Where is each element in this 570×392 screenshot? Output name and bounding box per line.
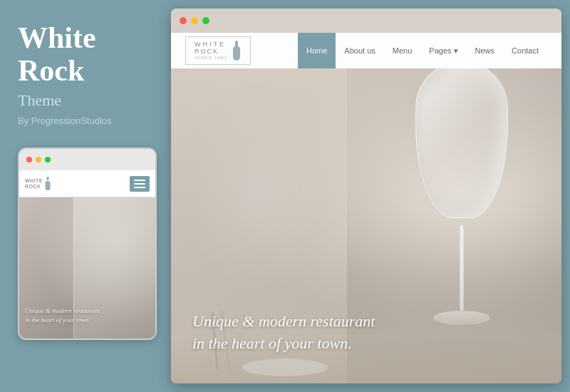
mobile-logo: WHITE ROCK [25, 177, 51, 190]
mobile-browser-chrome [19, 149, 155, 170]
logo-text-area: WHITE ROCK SINCE 1981 [195, 41, 227, 61]
glass-bowl [415, 68, 508, 218]
mobile-preview: WHITE ROCK [18, 148, 157, 340]
hamburger-line-1 [134, 180, 145, 181]
main-browser-panel: WHITE ROCK SINCE 1981 Home About us Menu… [171, 9, 561, 383]
website-logo: WHITE ROCK SINCE 1981 [185, 36, 251, 65]
mobile-dot-red [26, 157, 32, 163]
theme-author: By ProgressionStudios [18, 115, 153, 126]
website-container: WHITE ROCK SINCE 1981 Home About us Menu… [171, 33, 561, 383]
mobile-nav: WHITE ROCK [19, 170, 155, 197]
nav-link-contact[interactable]: Contact [503, 33, 547, 68]
mobile-dot-green [45, 157, 51, 163]
mobile-tagline-line2: in the heart of your town. [25, 316, 90, 324]
browser-dot-yellow[interactable] [191, 17, 198, 24]
theme-subtitle: Theme [18, 91, 153, 110]
mobile-dot-yellow [36, 157, 41, 163]
mobile-hero-text: Unique & modern restaurant in the heart … [25, 306, 150, 324]
nav-link-pages[interactable]: Pages ▾ [420, 33, 466, 68]
svg-rect-2 [46, 182, 51, 190]
hero-tagline-line1: Unique & modern restaurant [192, 311, 375, 333]
nav-link-about[interactable]: About us [336, 33, 383, 68]
website-nav: WHITE ROCK SINCE 1981 Home About us Menu… [171, 33, 561, 68]
hamburger-line-3 [134, 187, 145, 188]
mobile-logo-white: WHITE [25, 178, 43, 183]
title-line2: Rock [18, 54, 84, 87]
hero-tagline: Unique & modern restaurant in the heart … [192, 311, 375, 355]
mobile-hamburger-button[interactable] [130, 176, 150, 192]
title-line1: White [18, 21, 96, 54]
mobile-logo-rock: ROCK [25, 184, 41, 189]
logo-text-white: WHITE [195, 41, 227, 48]
wine-bottle-icon [232, 41, 242, 61]
theme-title: White Rock [18, 21, 153, 87]
bg-blur-element [185, 83, 328, 296]
hero-tagline-line2: in the heart of your town. [192, 333, 375, 355]
browser-chrome [171, 9, 561, 33]
mobile-tagline-line1: Unique & modern restaurant [25, 307, 100, 314]
logo-text-rock: ROCK [195, 48, 227, 55]
hero-area: Unique & modern restaurant in the heart … [171, 68, 561, 383]
nav-link-news[interactable]: News [467, 33, 504, 68]
mobile-wine-bottle-icon [45, 177, 51, 190]
browser-dot-red[interactable] [180, 17, 187, 24]
logo-text-since: SINCE 1981 [195, 55, 227, 61]
mobile-hero: Unique & modern restaurant in the heart … [19, 197, 155, 339]
nav-link-menu[interactable]: Menu [384, 33, 421, 68]
mobile-tagline: Unique & modern restaurant in the heart … [25, 306, 150, 324]
hamburger-line-2 [134, 183, 145, 185]
hero-text-overlay: Unique & modern restaurant in the heart … [192, 311, 375, 355]
nav-link-home[interactable]: Home [298, 33, 336, 68]
plate [242, 359, 328, 376]
left-panel: White Rock Theme By ProgressionStudios W… [0, 0, 171, 392]
mobile-logo-text: WHITE ROCK [25, 178, 43, 189]
nav-links: Home About us Menu Pages ▾ News Contact [298, 33, 547, 68]
svg-rect-0 [47, 177, 49, 180]
browser-dot-green[interactable] [202, 17, 209, 24]
